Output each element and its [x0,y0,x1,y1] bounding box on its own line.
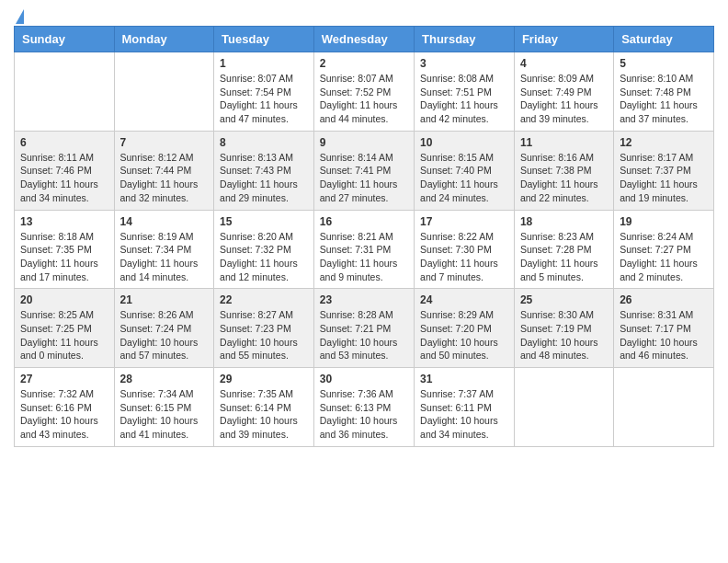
cell-content: Sunrise: 8:07 AM Sunset: 7:52 PM Dayligh… [320,72,408,126]
calendar-cell: 2Sunrise: 8:07 AM Sunset: 7:52 PM Daylig… [313,52,414,132]
cell-content: Sunrise: 8:09 AM Sunset: 7:49 PM Dayligh… [520,72,608,126]
page-header [14,9,714,20]
day-number: 11 [520,136,608,149]
day-number: 20 [20,293,108,306]
calendar-cell: 27Sunrise: 7:32 AM Sunset: 6:16 PM Dayli… [15,368,115,447]
day-number: 28 [120,373,209,385]
cell-content: Sunrise: 8:08 AM Sunset: 7:51 PM Dayligh… [420,72,508,126]
day-number: 29 [220,373,308,385]
calendar-cell: 31Sunrise: 7:37 AM Sunset: 6:11 PM Dayli… [415,368,515,447]
calendar-cell [614,368,714,447]
day-header-tuesday: Tuesday [214,27,314,52]
day-header-monday: Monday [114,27,214,52]
day-number: 15 [220,215,308,228]
day-number: 22 [220,293,308,306]
cell-content: Sunrise: 8:23 AM Sunset: 7:28 PM Dayligh… [520,230,608,284]
calendar-cell: 18Sunrise: 8:23 AM Sunset: 7:28 PM Dayli… [514,210,613,289]
cell-content: Sunrise: 7:32 AM Sunset: 6:16 PM Dayligh… [20,387,108,442]
calendar-cell: 6Sunrise: 8:11 AM Sunset: 7:46 PM Daylig… [15,131,115,210]
calendar-cell: 3Sunrise: 8:08 AM Sunset: 7:51 PM Daylig… [415,52,515,132]
day-number: 26 [620,293,708,306]
calendar-cell: 10Sunrise: 8:15 AM Sunset: 7:40 PM Dayli… [415,131,515,210]
day-number: 7 [120,136,209,149]
cell-content: Sunrise: 8:12 AM Sunset: 7:44 PM Dayligh… [120,151,209,205]
calendar-cell: 23Sunrise: 8:28 AM Sunset: 7:21 PM Dayli… [313,289,414,368]
calendar-cell: 29Sunrise: 7:35 AM Sunset: 6:14 PM Dayli… [214,368,314,447]
day-number: 27 [20,373,108,385]
cell-content: Sunrise: 8:29 AM Sunset: 7:20 PM Dayligh… [420,308,508,362]
cell-content: Sunrise: 7:37 AM Sunset: 6:11 PM Dayligh… [420,387,508,442]
day-number: 10 [420,136,508,149]
day-number: 19 [620,215,708,228]
calendar-week-row: 27Sunrise: 7:32 AM Sunset: 6:16 PM Dayli… [15,368,714,447]
calendar-cell: 16Sunrise: 8:21 AM Sunset: 7:31 PM Dayli… [313,210,414,289]
calendar-week-row: 13Sunrise: 8:18 AM Sunset: 7:35 PM Dayli… [15,210,714,289]
cell-content: Sunrise: 8:22 AM Sunset: 7:30 PM Dayligh… [420,230,508,284]
day-number: 4 [520,57,608,70]
day-number: 17 [420,215,508,228]
day-header-saturday: Saturday [614,27,714,52]
cell-content: Sunrise: 8:31 AM Sunset: 7:17 PM Dayligh… [620,308,708,362]
calendar-cell: 21Sunrise: 8:26 AM Sunset: 7:24 PM Dayli… [114,289,214,368]
calendar-cell: 17Sunrise: 8:22 AM Sunset: 7:30 PM Dayli… [415,210,515,289]
day-number: 21 [120,293,209,306]
calendar-cell: 28Sunrise: 7:34 AM Sunset: 6:15 PM Dayli… [114,368,214,447]
calendar-cell: 24Sunrise: 8:29 AM Sunset: 7:20 PM Dayli… [415,289,515,368]
calendar-cell: 1Sunrise: 8:07 AM Sunset: 7:54 PM Daylig… [214,52,314,132]
calendar-cell: 12Sunrise: 8:17 AM Sunset: 7:37 PM Dayli… [614,131,714,210]
cell-content: Sunrise: 8:28 AM Sunset: 7:21 PM Dayligh… [320,308,408,362]
calendar-cell: 15Sunrise: 8:20 AM Sunset: 7:32 PM Dayli… [214,210,314,289]
calendar-cell: 14Sunrise: 8:19 AM Sunset: 7:34 PM Dayli… [114,210,214,289]
calendar-cell: 9Sunrise: 8:14 AM Sunset: 7:41 PM Daylig… [313,131,414,210]
day-header-sunday: Sunday [15,27,115,52]
day-number: 12 [620,136,708,149]
cell-content: Sunrise: 8:25 AM Sunset: 7:25 PM Dayligh… [20,308,108,362]
day-header-friday: Friday [514,27,613,52]
logo-triangle-icon [16,9,24,24]
calendar-cell [114,52,214,132]
calendar-table: SundayMondayTuesdayWednesdayThursdayFrid… [14,26,714,447]
calendar-header-row: SundayMondayTuesdayWednesdayThursdayFrid… [15,27,714,52]
calendar-cell: 30Sunrise: 7:36 AM Sunset: 6:13 PM Dayli… [313,368,414,447]
calendar-cell: 22Sunrise: 8:27 AM Sunset: 7:23 PM Dayli… [214,289,314,368]
calendar-cell: 8Sunrise: 8:13 AM Sunset: 7:43 PM Daylig… [214,131,314,210]
cell-content: Sunrise: 8:14 AM Sunset: 7:41 PM Dayligh… [320,151,408,205]
day-number: 18 [520,215,608,228]
day-number: 2 [320,57,408,70]
day-number: 16 [320,215,408,228]
cell-content: Sunrise: 8:24 AM Sunset: 7:27 PM Dayligh… [620,230,708,284]
cell-content: Sunrise: 8:10 AM Sunset: 7:48 PM Dayligh… [620,72,708,126]
calendar-cell [15,52,115,132]
cell-content: Sunrise: 8:07 AM Sunset: 7:54 PM Dayligh… [220,72,308,126]
day-header-thursday: Thursday [415,27,515,52]
day-number: 5 [620,57,708,70]
cell-content: Sunrise: 8:17 AM Sunset: 7:37 PM Dayligh… [620,151,708,205]
day-number: 24 [420,293,508,306]
day-number: 1 [220,57,308,70]
day-header-wednesday: Wednesday [313,27,414,52]
calendar-cell: 7Sunrise: 8:12 AM Sunset: 7:44 PM Daylig… [114,131,214,210]
logo [14,9,24,20]
day-number: 13 [20,215,108,228]
cell-content: Sunrise: 8:21 AM Sunset: 7:31 PM Dayligh… [320,230,408,284]
calendar-cell: 4Sunrise: 8:09 AM Sunset: 7:49 PM Daylig… [514,52,613,132]
day-number: 25 [520,293,608,306]
day-number: 30 [320,373,408,385]
cell-content: Sunrise: 8:26 AM Sunset: 7:24 PM Dayligh… [120,308,209,362]
calendar-cell: 5Sunrise: 8:10 AM Sunset: 7:48 PM Daylig… [614,52,714,132]
calendar-cell: 19Sunrise: 8:24 AM Sunset: 7:27 PM Dayli… [614,210,714,289]
cell-content: Sunrise: 7:34 AM Sunset: 6:15 PM Dayligh… [120,387,209,442]
calendar-week-row: 1Sunrise: 8:07 AM Sunset: 7:54 PM Daylig… [15,52,714,132]
day-number: 23 [320,293,408,306]
cell-content: Sunrise: 7:35 AM Sunset: 6:14 PM Dayligh… [220,387,308,442]
day-number: 14 [120,215,209,228]
cell-content: Sunrise: 8:27 AM Sunset: 7:23 PM Dayligh… [220,308,308,362]
calendar-cell: 11Sunrise: 8:16 AM Sunset: 7:38 PM Dayli… [514,131,613,210]
day-number: 31 [420,373,508,385]
calendar-cell: 13Sunrise: 8:18 AM Sunset: 7:35 PM Dayli… [15,210,115,289]
calendar-cell [514,368,613,447]
cell-content: Sunrise: 8:19 AM Sunset: 7:34 PM Dayligh… [120,230,209,284]
cell-content: Sunrise: 8:18 AM Sunset: 7:35 PM Dayligh… [20,230,108,284]
cell-content: Sunrise: 8:16 AM Sunset: 7:38 PM Dayligh… [520,151,608,205]
calendar-week-row: 6Sunrise: 8:11 AM Sunset: 7:46 PM Daylig… [15,131,714,210]
